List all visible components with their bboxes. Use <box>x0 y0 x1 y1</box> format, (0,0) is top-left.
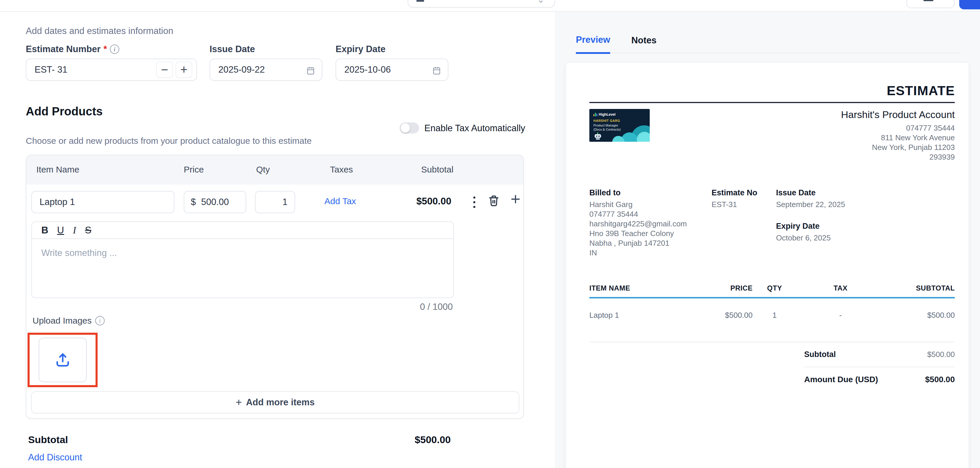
estimate-number-input[interactable] <box>35 64 146 75</box>
robot-mascot-icon <box>594 132 601 140</box>
expiry-date-input[interactable] <box>344 64 420 75</box>
annotation-highlight <box>27 333 98 387</box>
required-asterisk: * <box>103 44 107 54</box>
title-rule <box>589 102 955 103</box>
bold-icon[interactable]: B <box>41 225 48 236</box>
logo-person-name: HARSHIT GARG <box>593 119 620 122</box>
subtotal-value: $500.00 <box>390 434 451 446</box>
products-table-header: Item Name Price Qty Taxes Subtotal <box>26 155 523 184</box>
tab-notes[interactable]: Notes <box>631 35 657 53</box>
products-card: Item Name Price Qty Taxes Subtotal $ Add… <box>26 155 524 419</box>
toolbar-secondary-button[interactable] <box>907 0 955 8</box>
estimate-no-block: Estimate No EST-31 <box>711 188 776 258</box>
add-more-items-button[interactable]: + Add more items <box>31 391 519 414</box>
decrement-button[interactable]: − <box>156 62 173 78</box>
item-name-field[interactable] <box>31 191 174 213</box>
logo-role: Product Manager <box>593 124 618 127</box>
subtotal-label: Subtotal <box>28 434 68 446</box>
char-count: 0 / 1000 <box>420 301 453 312</box>
price-field[interactable]: $ <box>184 191 246 213</box>
currency-prefix: $ <box>191 197 196 207</box>
top-search-input[interactable]: ⌄ <box>408 0 555 8</box>
upload-images-button[interactable] <box>39 338 87 382</box>
document-header: HighLevel HARSHIT GARG Product Manager (… <box>589 109 955 162</box>
calendar-icon[interactable] <box>432 66 441 76</box>
trash-icon[interactable] <box>487 193 501 208</box>
preview-tabs: Preview Notes <box>576 12 961 53</box>
underline-icon[interactable]: U <box>57 225 64 236</box>
estimate-number-label: Estimate Number * i <box>26 44 119 54</box>
tab-preview[interactable]: Preview <box>576 35 610 54</box>
editor-toolbar: B U I S <box>32 222 453 239</box>
company-logo: HighLevel HARSHIT GARG Product Manager (… <box>589 109 650 142</box>
qty-field[interactable] <box>255 191 295 213</box>
qty-input[interactable] <box>262 197 288 207</box>
tax-toggle-label: Enable Tax Automatically <box>424 123 525 133</box>
highlevel-bars-icon <box>593 113 597 116</box>
items-table-header: ITEM NAME PRICE QTY TAX SUBTOTAL <box>589 284 955 292</box>
add-products-title: Add Products <box>26 105 103 118</box>
section-hint: Add dates and estimates information <box>26 26 173 36</box>
document-meta: Billed to Harshit Garg 074777 35444 hars… <box>589 188 955 258</box>
billed-to-block: Billed to Harshit Garg 074777 35444 hars… <box>589 188 711 258</box>
price-input[interactable] <box>201 197 236 207</box>
issue-date-field[interactable] <box>210 59 322 81</box>
expiry-date-label: Expiry Date <box>336 44 386 54</box>
estimate-number-field[interactable]: − + <box>26 59 197 81</box>
description-editor[interactable]: B U I S Write something ... <box>31 221 454 298</box>
printer-icon <box>923 0 934 1</box>
doc-amount-due-row: Amount Due (USD) $500.00 <box>804 367 955 392</box>
upload-icon <box>54 351 72 369</box>
doc-subtotal-row: Subtotal $500.00 <box>804 343 955 366</box>
increment-button[interactable]: + <box>175 62 192 78</box>
preview-panel: Preview Notes ESTIMATE HighLevel H <box>557 12 980 468</box>
col-subtotal: Subtotal <box>421 165 453 175</box>
dates-block: Issue Date September 22, 2025 Expiry Dat… <box>776 188 955 258</box>
tax-toggle[interactable] <box>400 122 419 133</box>
expiry-date-field[interactable] <box>336 59 449 81</box>
strikethrough-icon[interactable]: S <box>85 225 91 236</box>
col-taxes: Taxes <box>330 165 353 175</box>
table-header-rule <box>589 297 955 298</box>
info-icon[interactable]: i <box>95 316 105 325</box>
col-qty: Qty <box>256 165 270 175</box>
chevron-down-icon: ⌄ <box>537 0 544 5</box>
row-add-tax-link[interactable]: Add Tax <box>325 196 356 206</box>
col-price: Price <box>184 165 204 175</box>
row-subtotal-value: $500.00 <box>390 196 451 207</box>
document-title: ESTIMATE <box>589 83 955 98</box>
calendar-icon[interactable] <box>306 66 315 76</box>
logo-team: (Docs & Contracts) <box>593 128 621 131</box>
add-products-subtitle: Choose or add new products from your pro… <box>26 136 312 146</box>
document-totals: Subtotal $500.00 Amount Due (USD) $500.0… <box>804 343 955 392</box>
issue-date-input[interactable] <box>218 64 294 75</box>
add-discount-link[interactable]: Add Discount <box>28 452 82 463</box>
editor-placeholder[interactable]: Write something ... <box>32 239 453 267</box>
top-bar: ⌄ <box>0 0 980 12</box>
estimate-document: ESTIMATE HighLevel HARSHIT GARG Product … <box>566 62 969 468</box>
search-icon <box>417 0 424 2</box>
col-item-name: Item Name <box>37 165 80 175</box>
plus-icon[interactable] <box>509 192 523 206</box>
logo-brand-row: HighLevel <box>593 113 616 117</box>
toolbar-primary-button[interactable] <box>959 0 980 10</box>
estimate-form-panel: Add dates and estimates information Esti… <box>0 12 556 468</box>
company-address-block: Harshit's Product Account 074777 35444 8… <box>841 109 955 162</box>
table-row: Laptop 1 $500.00 1 - $500.00 <box>589 311 955 320</box>
company-name: Harshit's Product Account <box>841 109 955 121</box>
upload-images-label: Upload Images i <box>33 316 105 326</box>
item-name-input[interactable] <box>40 197 166 207</box>
italic-icon[interactable]: I <box>73 225 76 236</box>
info-icon[interactable]: i <box>110 44 119 54</box>
issue-date-label: Issue Date <box>210 44 255 54</box>
row-menu-icon[interactable] <box>468 193 480 211</box>
